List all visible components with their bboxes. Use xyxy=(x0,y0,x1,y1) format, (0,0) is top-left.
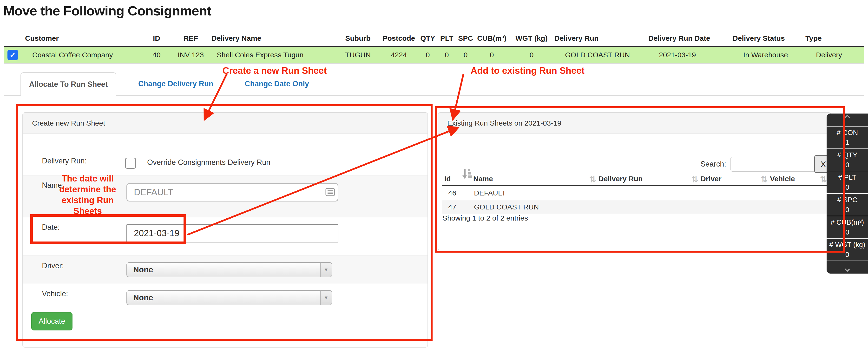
cell-wgt: 0 xyxy=(509,46,554,63)
col-customer: Customer xyxy=(25,34,143,46)
sort-icon: ⇅ xyxy=(820,176,827,183)
check-icon: ✓ xyxy=(9,50,16,60)
summary-wgt-label: # WGT (kg) xyxy=(829,241,865,249)
allocate-button[interactable]: Allocate xyxy=(31,312,72,330)
table-info-text: Showing 1 to 2 of 2 entries xyxy=(442,214,528,222)
run-sheet-vehicle xyxy=(768,186,827,200)
select-column-header xyxy=(4,34,25,46)
vehicle-label: Vehicle: xyxy=(42,289,68,298)
date-label: Date: xyxy=(42,223,60,232)
cell-delivery-status: In Warehouse xyxy=(733,46,805,63)
search-input[interactable] xyxy=(731,157,815,172)
cell-delivery-run: GOLD COAST RUN xyxy=(554,46,648,63)
summary-con-label: # CON xyxy=(837,129,858,137)
run-sheet-name: GOLD COAST RUN xyxy=(471,200,596,214)
name-header-label: Name xyxy=(473,175,493,183)
row-checkbox-checked[interactable]: ✓ xyxy=(7,50,18,60)
move-consignment-screen: Move the Following Consignment Customer … xyxy=(0,0,868,349)
summary-plt-value: 0 xyxy=(845,183,849,192)
vehicle-header-label: Vehicle xyxy=(770,175,795,183)
cell-qty: 0 xyxy=(418,46,437,63)
vehicle-row: Vehicle: None ▼ xyxy=(23,284,428,308)
col-spc: SPC xyxy=(456,34,475,46)
run-sheet-driver xyxy=(698,200,768,214)
search-area: Search: X xyxy=(701,156,832,173)
delivery-run-row: Delivery Run: Override Consignments Deli… xyxy=(23,134,428,175)
summary-cub: # CUB(m³) 0 xyxy=(827,216,868,238)
tab-change-date-only[interactable]: Change Date Only xyxy=(245,80,309,88)
driver-row: Driver: None ▼ xyxy=(23,256,428,284)
sort-active-icon xyxy=(462,168,472,181)
col-wgt: WGT (kg) xyxy=(509,34,554,46)
list-icon[interactable] xyxy=(326,188,335,197)
tab-change-delivery-run[interactable]: Change Delivery Run xyxy=(138,80,213,88)
run-sheet-row-46[interactable]: 46 DEFAULT xyxy=(442,186,827,200)
cell-type: Delivery xyxy=(805,46,864,63)
create-panel-title: Create new Run Sheet xyxy=(23,113,428,134)
name-label: Name: xyxy=(42,181,64,190)
run-sheet-delivery-run xyxy=(596,200,698,214)
summary-qty-value: 0 xyxy=(845,161,849,169)
cell-postcode: 4224 xyxy=(379,46,418,63)
sort-icon: ⇅ xyxy=(691,176,699,183)
dropdown-arrow-icon: ▼ xyxy=(320,263,332,277)
delivery-run-header-label: Delivery Run xyxy=(598,175,643,183)
cell-cub: 0 xyxy=(475,46,509,63)
sort-delivery-run-header[interactable]: Delivery Run ⇅ xyxy=(596,170,698,186)
consignment-header-row: Customer ID REF Delivery Name Suburb Pos… xyxy=(4,34,864,46)
driver-header-label: Driver xyxy=(701,175,721,183)
consignment-summary-sidebar: ⌃ # CON 1 # QTY 0 # PLT 0 # SPC 0 # CUB(… xyxy=(827,114,868,273)
run-sheet-row-47[interactable]: 47 GOLD COAST RUN xyxy=(442,200,827,214)
col-postcode: Postcode xyxy=(379,34,418,46)
cell-id: 40 xyxy=(143,46,170,63)
name-input[interactable] xyxy=(126,183,338,202)
run-sheet-id: 46 xyxy=(442,186,471,200)
chevron-up-icon[interactable]: ⌃ xyxy=(827,114,868,126)
col-id: ID xyxy=(143,34,170,46)
run-sheets-table: Id xyxy=(442,170,827,214)
col-plt: PLT xyxy=(437,34,456,46)
tab-bar-baseline xyxy=(4,95,864,96)
cell-suburb: TUGUN xyxy=(336,46,379,63)
summary-plt: # PLT 0 xyxy=(827,171,868,193)
summary-spc-label: # SPC xyxy=(837,196,858,204)
col-suburb: Suburb xyxy=(336,34,379,46)
summary-wgt-value: 0 xyxy=(845,251,849,259)
tab-allocate-to-run-sheet[interactable]: Allocate To Run Sheet xyxy=(21,72,116,96)
col-delivery-run-date: Delivery Run Date xyxy=(648,34,733,46)
cell-delivery-run-date: 2021-03-19 xyxy=(648,46,733,63)
cell-ref: INV 123 xyxy=(170,46,212,63)
cell-delivery-name: Shell Coles Express Tugun xyxy=(212,46,336,63)
sort-id-header[interactable]: Id xyxy=(442,170,471,186)
page-title: Move the Following Consignment xyxy=(3,3,211,19)
consignment-row: ✓ Coastal Coffee Company 40 INV 123 Shel… xyxy=(4,46,864,63)
date-input[interactable] xyxy=(126,224,338,242)
col-delivery-run: Delivery Run xyxy=(554,34,648,46)
col-delivery-name: Delivery Name xyxy=(212,34,336,46)
delivery-run-label: Delivery Run: xyxy=(42,157,87,165)
summary-qty-label: # QTY xyxy=(837,151,858,159)
sort-icon: ⇅ xyxy=(761,176,768,183)
run-sheet-vehicle xyxy=(768,200,827,214)
sort-icon: ⇅ xyxy=(589,176,596,183)
name-row: Name: xyxy=(23,175,428,217)
override-checkbox[interactable] xyxy=(125,157,136,169)
col-qty: QTY xyxy=(418,34,437,46)
consignment-table: Customer ID REF Delivery Name Suburb Pos… xyxy=(4,34,864,64)
chevron-down-icon[interactable]: ⌄ xyxy=(827,261,868,273)
select-cell: ✓ xyxy=(4,46,25,63)
override-label: Override Consignments Delivery Run xyxy=(147,158,271,167)
col-delivery-status: Delivery Status xyxy=(733,34,805,46)
create-run-sheet-panel: Create new Run Sheet Delivery Run: Overr… xyxy=(22,112,428,348)
form-divider xyxy=(28,306,423,306)
driver-select[interactable]: None ▼ xyxy=(126,262,332,277)
vehicle-select[interactable]: None ▼ xyxy=(126,290,332,305)
sort-name-header[interactable]: Name ⇅ xyxy=(471,170,596,186)
date-row: Date: xyxy=(23,217,428,256)
summary-spc-value: 0 xyxy=(845,206,849,214)
driver-label: Driver: xyxy=(42,262,64,270)
cell-customer: Coastal Coffee Company xyxy=(25,46,143,63)
summary-qty: # QTY 0 xyxy=(827,148,868,171)
col-cub: CUB(m³) xyxy=(475,34,509,46)
run-sheet-driver xyxy=(698,186,768,200)
